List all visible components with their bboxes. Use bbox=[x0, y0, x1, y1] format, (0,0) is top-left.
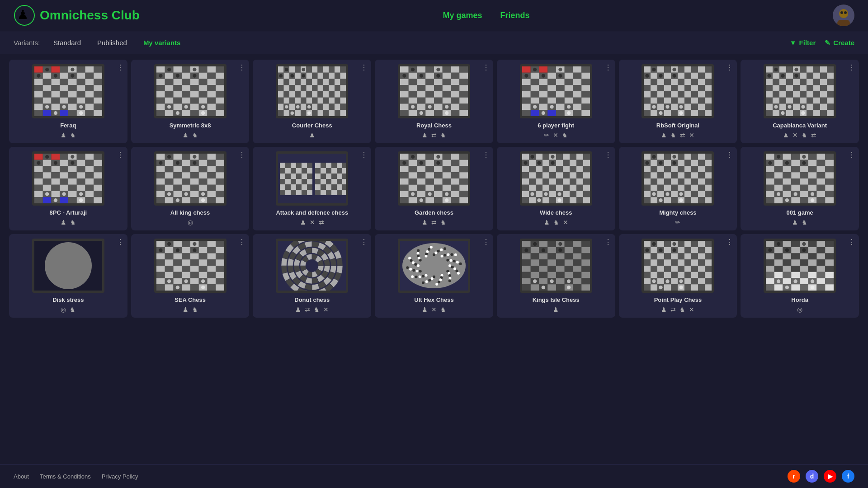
variant-card-18[interactable]: ⋮Kings Isle Chess♟ bbox=[497, 234, 615, 318]
svg-rect-652 bbox=[94, 197, 102, 203]
svg-point-1496 bbox=[679, 279, 683, 283]
variant-card-9[interactable]: ⋮Attack and defence chess♟✕⇄ bbox=[253, 147, 371, 230]
card-menu-15[interactable]: ⋮ bbox=[238, 238, 245, 246]
card-menu-17[interactable]: ⋮ bbox=[482, 238, 490, 246]
svg-rect-921 bbox=[576, 172, 583, 178]
variant-card-16[interactable]: ⋮Donut chess♟⇄♞✕ bbox=[253, 234, 371, 318]
svg-rect-752 bbox=[296, 174, 302, 179]
svg-rect-785 bbox=[315, 174, 321, 179]
tab-my-variants[interactable]: My variants bbox=[137, 37, 187, 49]
variant-card-10[interactable]: ⋮Garden chess♟⇄♞ bbox=[375, 147, 493, 230]
reddit-icon[interactable]: r bbox=[788, 470, 800, 483]
svg-point-1565 bbox=[768, 249, 772, 252]
variant-card-17[interactable]: ⋮Ult Hex Chess♟✕♞ bbox=[375, 234, 493, 318]
nav-friends[interactable]: Friends bbox=[500, 11, 529, 20]
variant-card-11[interactable]: ⋮Wide chess♟♞✕ bbox=[497, 147, 615, 230]
card-menu-16[interactable]: ⋮ bbox=[360, 238, 368, 246]
variant-card-12[interactable]: ⋮Mighty chess✏ bbox=[619, 147, 737, 230]
card-menu-20[interactable]: ⋮ bbox=[848, 238, 855, 246]
card-menu-11[interactable]: ⋮ bbox=[604, 150, 612, 159]
variant-card-19[interactable]: ⋮Point Play Chess♟⇄♞✕ bbox=[619, 234, 737, 318]
svg-rect-1485 bbox=[671, 284, 678, 291]
card-menu-8[interactable]: ⋮ bbox=[238, 150, 245, 159]
svg-rect-296 bbox=[425, 91, 434, 98]
svg-point-968 bbox=[557, 192, 561, 196]
variant-card-0[interactable]: ⋮Feraq♟♞ bbox=[9, 60, 127, 143]
svg-rect-536 bbox=[813, 85, 820, 91]
svg-point-586 bbox=[795, 68, 798, 71]
variant-card-5[interactable]: ⋮RbSoft Original♟♞⇄✕ bbox=[619, 60, 737, 143]
svg-rect-235 bbox=[323, 104, 329, 110]
card-menu-9[interactable]: ⋮ bbox=[360, 150, 368, 159]
card-menu-7[interactable]: ⋮ bbox=[117, 150, 124, 159]
variant-card-4[interactable]: ⋮6 player fight✏✕♞ bbox=[497, 60, 615, 143]
card-menu-19[interactable]: ⋮ bbox=[726, 238, 733, 246]
svg-rect-277 bbox=[400, 79, 409, 85]
svg-rect-1072 bbox=[774, 160, 783, 166]
variant-name-19: Point Play Chess bbox=[654, 296, 702, 303]
footer-privacy[interactable]: Privacy Policy bbox=[102, 473, 138, 480]
svg-point-1280 bbox=[455, 269, 458, 272]
svg-rect-1490 bbox=[705, 284, 712, 291]
card-menu-4[interactable]: ⋮ bbox=[604, 63, 612, 72]
svg-rect-556 bbox=[813, 98, 820, 104]
filter-button[interactable]: ▼ Filter bbox=[790, 39, 816, 47]
tab-published[interactable]: Published bbox=[91, 37, 133, 49]
card-menu-2[interactable]: ⋮ bbox=[360, 63, 368, 72]
svg-rect-1444 bbox=[664, 259, 671, 266]
facebook-icon[interactable]: f bbox=[842, 470, 854, 483]
svg-rect-1015 bbox=[657, 178, 664, 185]
svg-rect-718 bbox=[216, 191, 224, 197]
svg-rect-208 bbox=[307, 91, 312, 98]
card-menu-0[interactable]: ⋮ bbox=[117, 63, 124, 72]
svg-rect-238 bbox=[340, 104, 346, 110]
footer-terms[interactable]: Terms & Conditions bbox=[40, 473, 91, 480]
card-menu-1[interactable]: ⋮ bbox=[238, 63, 245, 72]
svg-rect-1560 bbox=[791, 284, 800, 291]
svg-rect-1434 bbox=[664, 253, 671, 260]
svg-rect-53 bbox=[85, 98, 94, 104]
svg-point-1404 bbox=[533, 279, 537, 283]
svg-rect-221 bbox=[312, 98, 318, 104]
svg-rect-487 bbox=[698, 110, 705, 116]
variant-name-0: Feraq bbox=[60, 122, 76, 129]
variant-card-13[interactable]: ⋮001 game♟♞ bbox=[741, 147, 859, 230]
board-preview-17 bbox=[398, 239, 470, 293]
variant-card-1[interactable]: ⋮Symmetric 8x8♟♞ bbox=[131, 60, 250, 143]
card-menu-5[interactable]: ⋮ bbox=[726, 63, 733, 72]
svg-rect-1257 bbox=[216, 278, 224, 285]
variant-card-20[interactable]: ⋮Horda◎ bbox=[741, 234, 859, 318]
svg-rect-193 bbox=[289, 85, 295, 91]
svg-rect-868 bbox=[425, 197, 434, 203]
svg-rect-1394 bbox=[530, 284, 539, 291]
footer-about[interactable]: About bbox=[14, 473, 29, 480]
card-menu-13[interactable]: ⋮ bbox=[848, 150, 855, 159]
card-menu-10[interactable]: ⋮ bbox=[482, 150, 490, 159]
variant-card-7[interactable]: ⋮8PC - Arturaji♟♞ bbox=[9, 147, 127, 230]
variant-card-2[interactable]: ⋮Courier Chess♟ bbox=[253, 60, 371, 143]
svg-rect-274 bbox=[443, 73, 451, 79]
svg-rect-189 bbox=[335, 79, 340, 85]
youtube-icon[interactable]: ▶ bbox=[824, 470, 836, 483]
create-icon: ✎ bbox=[825, 39, 830, 47]
card-menu-18[interactable]: ⋮ bbox=[604, 238, 612, 246]
variant-card-3[interactable]: ⋮Royal Chess♟⇄♞ bbox=[375, 60, 493, 143]
variant-card-8[interactable]: ⋮All king chess◎ bbox=[131, 147, 250, 230]
create-button[interactable]: ✎ Create bbox=[825, 39, 854, 47]
svg-point-1062 bbox=[679, 198, 683, 202]
nav-my-games[interactable]: My games bbox=[443, 11, 482, 20]
discord-icon[interactable]: d bbox=[806, 470, 818, 483]
tab-standard[interactable]: Standard bbox=[47, 37, 87, 49]
card-menu-14[interactable]: ⋮ bbox=[117, 238, 124, 246]
variant-card-14[interactable]: ⋮Disk stress◎♞ bbox=[9, 234, 127, 318]
variant-icon-8-0: ◎ bbox=[188, 219, 193, 226]
variant-card-15[interactable]: ⋮SEA Chess♟♞ bbox=[131, 234, 250, 318]
user-avatar[interactable] bbox=[833, 5, 854, 26]
card-menu-12[interactable]: ⋮ bbox=[726, 150, 733, 159]
svg-rect-978 bbox=[678, 154, 684, 160]
variant-card-6[interactable]: ⋮Capablanca Variant♟✕♞⇄ bbox=[741, 60, 859, 143]
card-menu-6[interactable]: ⋮ bbox=[848, 63, 855, 72]
svg-point-583 bbox=[788, 105, 792, 108]
card-menu-3[interactable]: ⋮ bbox=[482, 63, 490, 72]
svg-rect-69 bbox=[85, 110, 94, 116]
